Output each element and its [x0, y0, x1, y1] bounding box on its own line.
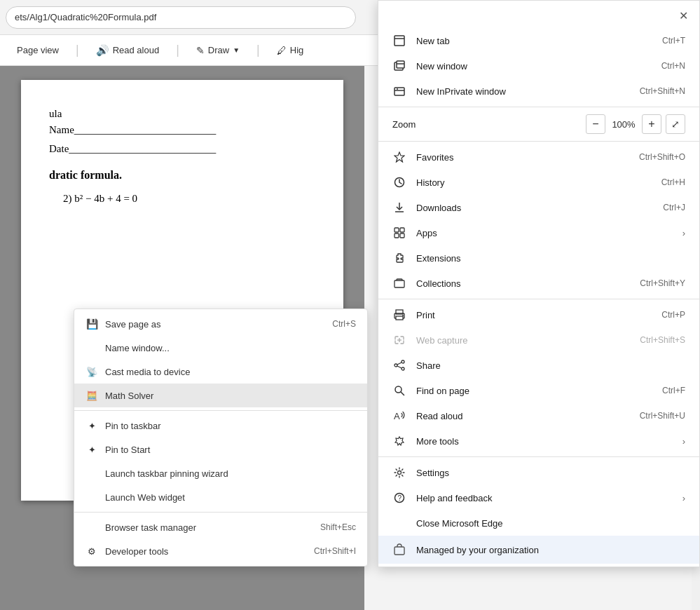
new-window-label: New window [416, 61, 467, 72]
svg-rect-19 [396, 316, 403, 320]
menu-extensions[interactable]: Extensions [378, 245, 699, 271]
collections-label: Collections [416, 278, 461, 289]
context-math-solver[interactable]: 🧮 Math Solver [74, 384, 367, 407]
zoom-value: 100% [610, 119, 638, 130]
menu-close-edge[interactable]: Close Microsoft Edge [378, 510, 699, 536]
apps-label: Apps [416, 228, 437, 238]
address-text: ets/Alg1/Quadratic%20Formula.pdf [15, 12, 156, 22]
context-dev-tools[interactable]: ⚙ Developer tools Ctrl+Shift+I [74, 539, 367, 563]
cast-icon: 📡 [85, 365, 98, 378]
new-window-shortcut: Ctrl+N [661, 61, 685, 71]
new-window-icon [392, 59, 406, 73]
menu-favorites[interactable]: Favorites Ctrl+Shift+O [378, 144, 699, 170]
menu-divider-2 [378, 141, 699, 142]
toolbar-sep-2: | [176, 43, 179, 57]
close-menu-button[interactable]: ✕ [673, 6, 694, 25]
menu-settings[interactable]: Settings [378, 460, 699, 485]
svg-point-23 [402, 360, 404, 363]
menu-find-on-page[interactable]: Find on page Ctrl+F [378, 378, 699, 403]
ctx-divider-2 [74, 512, 367, 513]
draw-button[interactable]: ✎ Draw ▼ [191, 42, 245, 59]
read-aloud-menu-icon: A [392, 409, 406, 423]
settings-icon [392, 466, 406, 480]
svg-rect-14 [394, 233, 399, 238]
menu-new-inprivate[interactable]: New InPrivate window Ctrl+Shift+N [378, 79, 699, 104]
inprivate-icon [392, 84, 406, 98]
menu-collections[interactable]: Collections Ctrl+Shift+Y [378, 271, 699, 296]
dev-tools-label: Developer tools [105, 546, 168, 557]
close-edge-icon [392, 516, 406, 530]
pdf-problem: 2) b² − 4b + 4 = 0 [63, 193, 315, 205]
context-browser-task[interactable]: Browser task manager Shift+Esc [74, 515, 367, 539]
managed-label: Managed by your organization [416, 545, 539, 555]
svg-rect-0 [394, 36, 404, 46]
svg-rect-13 [400, 228, 404, 232]
context-cast-media[interactable]: 📡 Cast media to device [74, 360, 367, 384]
share-icon [392, 358, 406, 372]
menu-downloads[interactable]: Downloads Ctrl+J [378, 195, 699, 220]
zoom-expand-button[interactable]: ⤢ [666, 114, 685, 134]
zoom-controls: − 100% + ⤢ [586, 114, 685, 134]
read-aloud-label: Read aloud [113, 45, 160, 55]
launch-widget-label: Launch Web widget [105, 492, 185, 503]
menu-new-tab[interactable]: New tab Ctrl+T [378, 28, 699, 53]
menu-history[interactable]: History Ctrl+H [378, 170, 699, 195]
menu-new-window[interactable]: New window Ctrl+N [378, 53, 699, 79]
svg-text:A: A [394, 411, 400, 421]
menu-web-capture[interactable]: Web capture Ctrl+Shift+S [378, 327, 699, 353]
zoom-minus-button[interactable]: − [586, 114, 605, 134]
new-tab-shortcut: Ctrl+T [662, 36, 685, 46]
svg-point-31 [398, 471, 402, 475]
print-label: Print [416, 310, 435, 320]
zoom-row: Zoom − 100% + ⤢ [378, 110, 699, 138]
save-page-icon: 💾 [85, 318, 98, 330]
context-launch-wizard[interactable]: Launch taskbar pinning wizard [74, 461, 367, 485]
menu-print[interactable]: Print Ctrl+P [378, 302, 699, 327]
page-view-button[interactable]: Page view [11, 42, 64, 58]
svg-line-29 [401, 392, 404, 395]
zoom-plus-button[interactable]: + [642, 114, 661, 134]
address-bar[interactable]: ets/Alg1/Quadratic%20Formula.pdf [6, 6, 356, 29]
web-capture-label: Web capture [416, 335, 467, 346]
draw-label: Draw [208, 45, 229, 55]
read-aloud-menu-shortcut: Ctrl+Shift+U [640, 411, 685, 421]
highlight-button[interactable]: 🖊 Hig [271, 42, 310, 59]
find-on-page-shortcut: Ctrl+F [662, 386, 685, 395]
browser-task-shortcut: Shift+Esc [320, 522, 356, 532]
context-launch-widget[interactable]: Launch Web widget [74, 485, 367, 509]
menu-help-feedback[interactable]: ? Help and feedback › [378, 485, 699, 510]
save-page-label: Save page as [105, 319, 161, 330]
launch-wizard-icon [85, 467, 98, 480]
read-aloud-icon: 🔊 [96, 44, 109, 57]
more-tools-icon [392, 434, 406, 448]
context-save-page-as[interactable]: 💾 Save page as Ctrl+S [74, 312, 367, 336]
menu-read-aloud[interactable]: A Read aloud Ctrl+Shift+U [378, 403, 699, 428]
downloads-shortcut: Ctrl+J [663, 203, 685, 212]
browser-task-icon [85, 521, 98, 534]
apps-arrow-icon: › [682, 228, 685, 238]
context-name-window[interactable]: Name window... [74, 336, 367, 360]
svg-point-25 [394, 364, 397, 367]
dev-tools-shortcut: Ctrl+Shift+I [314, 546, 356, 556]
new-tab-icon [392, 34, 406, 48]
menu-header: ✕ [378, 4, 699, 28]
menu-more-tools[interactable]: More tools › [378, 428, 699, 454]
menu-apps[interactable]: Apps › [378, 220, 699, 245]
menu-divider-4 [378, 456, 699, 457]
history-shortcut: Ctrl+H [661, 177, 685, 187]
read-aloud-button[interactable]: 🔊 Read aloud [90, 41, 165, 60]
managed-icon [392, 543, 406, 557]
read-aloud-menu-label: Read aloud [416, 411, 463, 421]
svg-rect-16 [394, 280, 404, 287]
context-pin-start[interactable]: ✦ Pin to Start [74, 438, 367, 461]
page-view-label: Page view [17, 45, 59, 55]
menu-share[interactable]: Share [378, 353, 699, 378]
svg-line-27 [397, 366, 402, 368]
name-window-icon [85, 341, 98, 354]
favorites-shortcut: Ctrl+Shift+O [639, 152, 685, 162]
context-pin-taskbar[interactable]: ✦ Pin to taskbar [74, 414, 367, 438]
collections-icon [392, 276, 406, 290]
collections-shortcut: Ctrl+Shift+Y [640, 278, 685, 288]
more-tools-arrow-icon: › [682, 436, 685, 447]
pin-start-label: Pin to Start [105, 445, 150, 455]
